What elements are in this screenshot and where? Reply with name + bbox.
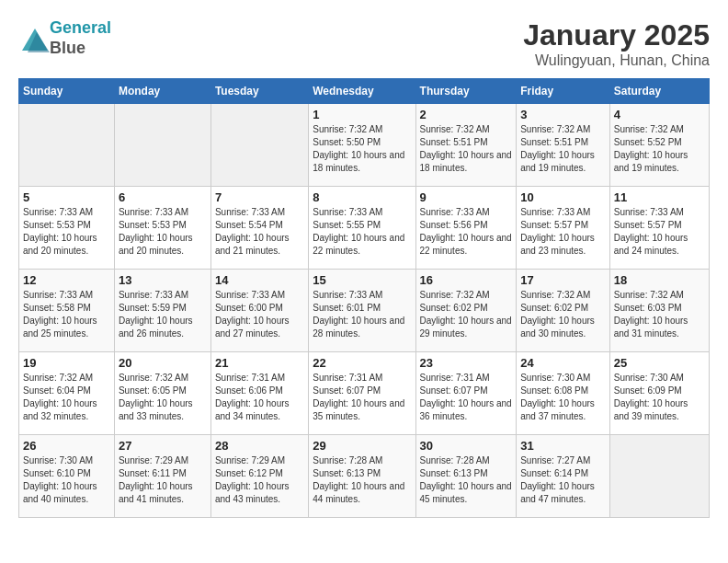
day-number: 14 [215, 273, 304, 287]
col-monday: Monday [114, 79, 210, 104]
logo-line2: Blue [50, 39, 85, 57]
day-number: 22 [313, 356, 411, 370]
table-row: 29Sunrise: 7:28 AMSunset: 6:13 PMDayligh… [309, 435, 415, 518]
table-row: 20Sunrise: 7:32 AMSunset: 6:05 PMDayligh… [114, 352, 210, 435]
day-number: 30 [420, 439, 513, 453]
day-number: 15 [313, 273, 411, 287]
day-number: 19 [23, 356, 110, 370]
col-sunday: Sunday [19, 79, 115, 104]
table-row: 22Sunrise: 7:31 AMSunset: 6:07 PMDayligh… [309, 352, 415, 435]
table-row: 14Sunrise: 7:33 AMSunset: 6:00 PMDayligh… [210, 270, 308, 352]
day-info: Sunrise: 7:33 AMSunset: 5:53 PMDaylight:… [119, 206, 207, 258]
day-number: 29 [313, 439, 411, 453]
day-number: 7 [215, 190, 304, 204]
table-row [609, 435, 709, 518]
day-info: Sunrise: 7:33 AMSunset: 5:57 PMDaylight:… [520, 206, 606, 258]
day-info: Sunrise: 7:31 AMSunset: 6:07 PMDaylight:… [420, 372, 513, 423]
day-number: 12 [23, 273, 110, 287]
table-row: 10Sunrise: 7:33 AMSunset: 5:57 PMDayligh… [517, 187, 610, 270]
table-row: 30Sunrise: 7:28 AMSunset: 6:13 PMDayligh… [415, 435, 517, 518]
col-saturday: Saturday [609, 79, 709, 104]
table-row: 21Sunrise: 7:31 AMSunset: 6:06 PMDayligh… [210, 352, 308, 435]
calendar-week-row: 5Sunrise: 7:33 AMSunset: 5:53 PMDaylight… [19, 187, 710, 270]
day-number: 28 [215, 439, 304, 453]
calendar-subtitle: Wulingyuan, Hunan, China [523, 52, 710, 69]
day-number: 17 [520, 273, 606, 287]
day-info: Sunrise: 7:32 AMSunset: 5:52 PMDaylight:… [614, 123, 705, 175]
day-info: Sunrise: 7:32 AMSunset: 5:51 PMDaylight:… [420, 123, 513, 175]
day-number: 27 [119, 439, 207, 453]
day-number: 13 [119, 273, 207, 287]
day-info: Sunrise: 7:30 AMSunset: 6:10 PMDaylight:… [23, 454, 110, 506]
table-row: 24Sunrise: 7:30 AMSunset: 6:08 PMDayligh… [517, 352, 610, 435]
calendar-week-row: 19Sunrise: 7:32 AMSunset: 6:04 PMDayligh… [19, 352, 710, 435]
table-row [19, 104, 115, 187]
day-info: Sunrise: 7:33 AMSunset: 5:56 PMDaylight:… [420, 206, 513, 258]
col-wednesday: Wednesday [309, 79, 415, 104]
day-info: Sunrise: 7:28 AMSunset: 6:13 PMDaylight:… [313, 454, 411, 506]
table-row [210, 104, 308, 187]
table-row: 12Sunrise: 7:33 AMSunset: 5:58 PMDayligh… [19, 270, 115, 352]
table-row: 9Sunrise: 7:33 AMSunset: 5:56 PMDaylight… [415, 187, 517, 270]
title-block: January 2025 Wulingyuan, Hunan, China [523, 18, 710, 69]
day-number: 1 [313, 108, 411, 121]
day-number: 26 [23, 439, 110, 453]
day-info: Sunrise: 7:29 AMSunset: 6:12 PMDaylight:… [215, 454, 304, 506]
calendar-table: Sunday Monday Tuesday Wednesday Thursday… [18, 78, 710, 518]
table-row: 2Sunrise: 7:32 AMSunset: 5:51 PMDaylight… [415, 104, 517, 187]
table-row: 25Sunrise: 7:30 AMSunset: 6:09 PMDayligh… [609, 352, 709, 435]
logo: General Blue [18, 18, 111, 58]
day-number: 24 [520, 356, 606, 370]
table-row: 27Sunrise: 7:29 AMSunset: 6:11 PMDayligh… [114, 435, 210, 518]
day-info: Sunrise: 7:33 AMSunset: 5:53 PMDaylight:… [23, 206, 110, 258]
day-info: Sunrise: 7:31 AMSunset: 6:06 PMDaylight:… [215, 372, 304, 423]
day-info: Sunrise: 7:33 AMSunset: 5:58 PMDaylight:… [23, 289, 110, 340]
table-row [114, 104, 210, 187]
calendar-week-row: 26Sunrise: 7:30 AMSunset: 6:10 PMDayligh… [19, 435, 710, 518]
day-info: Sunrise: 7:33 AMSunset: 6:01 PMDaylight:… [313, 289, 411, 340]
table-row: 15Sunrise: 7:33 AMSunset: 6:01 PMDayligh… [309, 270, 415, 352]
col-thursday: Thursday [415, 79, 517, 104]
day-info: Sunrise: 7:32 AMSunset: 6:04 PMDaylight:… [23, 372, 110, 423]
table-row: 17Sunrise: 7:32 AMSunset: 6:02 PMDayligh… [517, 270, 610, 352]
table-row: 19Sunrise: 7:32 AMSunset: 6:04 PMDayligh… [19, 352, 115, 435]
day-info: Sunrise: 7:32 AMSunset: 5:51 PMDaylight:… [520, 123, 606, 175]
table-row: 26Sunrise: 7:30 AMSunset: 6:10 PMDayligh… [19, 435, 115, 518]
day-number: 5 [23, 190, 110, 204]
table-row: 18Sunrise: 7:32 AMSunset: 6:03 PMDayligh… [609, 270, 709, 352]
day-info: Sunrise: 7:27 AMSunset: 6:14 PMDaylight:… [520, 454, 606, 506]
table-row: 8Sunrise: 7:33 AMSunset: 5:55 PMDaylight… [309, 187, 415, 270]
day-number: 3 [520, 108, 606, 121]
table-row: 1Sunrise: 7:32 AMSunset: 5:50 PMDaylight… [309, 104, 415, 187]
day-info: Sunrise: 7:32 AMSunset: 6:02 PMDaylight:… [420, 289, 513, 340]
day-info: Sunrise: 7:33 AMSunset: 5:57 PMDaylight:… [614, 206, 705, 258]
table-row: 3Sunrise: 7:32 AMSunset: 5:51 PMDaylight… [517, 104, 610, 187]
table-row: 6Sunrise: 7:33 AMSunset: 5:53 PMDaylight… [114, 187, 210, 270]
day-number: 9 [420, 190, 513, 204]
day-info: Sunrise: 7:33 AMSunset: 5:55 PMDaylight:… [313, 206, 411, 258]
day-info: Sunrise: 7:30 AMSunset: 6:09 PMDaylight:… [614, 372, 705, 423]
table-row: 16Sunrise: 7:32 AMSunset: 6:02 PMDayligh… [415, 270, 517, 352]
day-info: Sunrise: 7:32 AMSunset: 6:05 PMDaylight:… [119, 372, 207, 423]
table-row: 7Sunrise: 7:33 AMSunset: 5:54 PMDaylight… [210, 187, 308, 270]
page-header: General Blue January 2025 Wulingyuan, Hu… [18, 18, 710, 69]
day-number: 21 [215, 356, 304, 370]
day-info: Sunrise: 7:30 AMSunset: 6:08 PMDaylight:… [520, 372, 606, 423]
logo-text: General Blue [50, 18, 111, 58]
day-number: 31 [520, 439, 606, 453]
table-row: 4Sunrise: 7:32 AMSunset: 5:52 PMDaylight… [609, 104, 709, 187]
table-row: 23Sunrise: 7:31 AMSunset: 6:07 PMDayligh… [415, 352, 517, 435]
day-number: 20 [119, 356, 207, 370]
day-info: Sunrise: 7:33 AMSunset: 6:00 PMDaylight:… [215, 289, 304, 340]
day-number: 10 [520, 190, 606, 204]
day-number: 8 [313, 190, 411, 204]
table-row: 31Sunrise: 7:27 AMSunset: 6:14 PMDayligh… [517, 435, 610, 518]
day-info: Sunrise: 7:32 AMSunset: 6:02 PMDaylight:… [520, 289, 606, 340]
calendar-title: January 2025 [523, 18, 710, 52]
day-info: Sunrise: 7:28 AMSunset: 6:13 PMDaylight:… [420, 454, 513, 506]
calendar-week-row: 1Sunrise: 7:32 AMSunset: 5:50 PMDaylight… [19, 104, 710, 187]
table-row: 11Sunrise: 7:33 AMSunset: 5:57 PMDayligh… [609, 187, 709, 270]
table-row: 28Sunrise: 7:29 AMSunset: 6:12 PMDayligh… [210, 435, 308, 518]
day-number: 23 [420, 356, 513, 370]
day-number: 25 [614, 356, 705, 370]
